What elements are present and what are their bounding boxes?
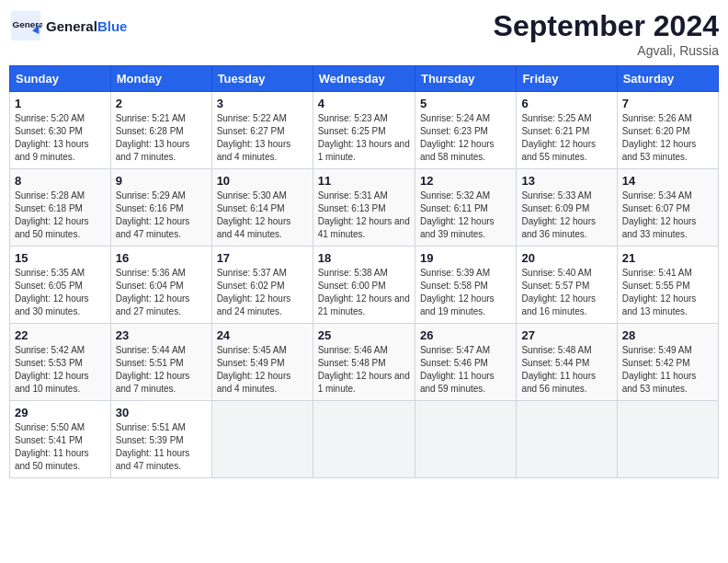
sunrise-text: Sunrise: 5:46 AM <box>318 345 388 355</box>
day-number: 23 <box>116 328 207 342</box>
day-number: 4 <box>318 97 410 110</box>
calendar-cell: 13Sunrise: 5:33 AMSunset: 6:09 PMDayligh… <box>517 169 617 247</box>
day-info: Sunrise: 5:33 AMSunset: 6:09 PMDaylight:… <box>521 190 611 241</box>
sunset-text: Sunset: 5:41 PM <box>15 435 83 445</box>
sunset-text: Sunset: 6:28 PM <box>116 126 184 136</box>
sunset-text: Sunset: 6:05 PM <box>15 281 83 291</box>
logo-text: GeneralBlue <box>46 18 127 34</box>
day-number: 21 <box>622 251 713 265</box>
calendar-cell: 9Sunrise: 5:29 AMSunset: 6:16 PMDaylight… <box>110 169 211 247</box>
day-number: 12 <box>420 174 511 188</box>
day-number: 2 <box>116 97 207 110</box>
sunset-text: Sunset: 6:13 PM <box>318 203 386 213</box>
daylight-text: Daylight: 12 hours and 58 minutes. <box>420 139 495 162</box>
day-number: 30 <box>116 406 207 419</box>
daylight-text: Daylight: 12 hours and 1 minute. <box>318 371 410 394</box>
daylight-text: Daylight: 13 hours and 4 minutes. <box>217 139 291 162</box>
day-number: 15 <box>15 251 106 265</box>
sunrise-text: Sunrise: 5:26 AM <box>622 113 692 123</box>
daylight-text: Daylight: 12 hours and 16 minutes. <box>521 293 596 316</box>
sunrise-text: Sunrise: 5:33 AM <box>521 190 591 201</box>
daylight-text: Daylight: 12 hours and 19 minutes. <box>420 293 495 316</box>
calendar-week-3: 15Sunrise: 5:35 AMSunset: 6:05 PMDayligh… <box>10 247 719 324</box>
daylight-text: Daylight: 13 hours and 7 minutes. <box>116 139 190 162</box>
daylight-text: Daylight: 13 hours and 1 minute. <box>318 139 410 162</box>
day-number: 22 <box>15 328 106 342</box>
sunrise-text: Sunrise: 5:40 AM <box>521 268 591 278</box>
day-info: Sunrise: 5:20 AMSunset: 6:30 PMDaylight:… <box>15 112 106 164</box>
calendar-cell: 25Sunrise: 5:46 AMSunset: 5:48 PMDayligh… <box>313 324 415 401</box>
daylight-text: Daylight: 12 hours and 36 minutes. <box>521 216 596 239</box>
calendar-cell: 8Sunrise: 5:28 AMSunset: 6:18 PMDaylight… <box>10 169 111 247</box>
day-number: 17 <box>217 251 308 265</box>
calendar-cell: 1Sunrise: 5:20 AMSunset: 6:30 PMDaylight… <box>10 92 111 169</box>
sunrise-text: Sunrise: 5:29 AM <box>116 190 186 201</box>
logo: General GeneralBlue <box>9 9 127 42</box>
calendar-week-4: 22Sunrise: 5:42 AMSunset: 5:53 PMDayligh… <box>10 324 719 401</box>
sunset-text: Sunset: 5:58 PM <box>420 281 488 291</box>
daylight-text: Daylight: 11 hours and 50 minutes. <box>15 448 89 471</box>
sunset-text: Sunset: 5:46 PM <box>420 358 488 368</box>
sunset-text: Sunset: 6:21 PM <box>521 126 589 136</box>
daylight-text: Daylight: 11 hours and 56 minutes. <box>521 371 596 394</box>
sunset-text: Sunset: 5:39 PM <box>116 435 184 445</box>
sunset-text: Sunset: 6:23 PM <box>420 126 488 136</box>
day-info: Sunrise: 5:30 AMSunset: 6:14 PMDaylight:… <box>217 190 308 241</box>
day-info: Sunrise: 5:37 AMSunset: 6:02 PMDaylight:… <box>217 267 308 318</box>
daylight-text: Daylight: 12 hours and 10 minutes. <box>15 371 89 394</box>
daylight-text: Daylight: 12 hours and 33 minutes. <box>622 216 697 239</box>
day-number: 28 <box>622 328 713 342</box>
sunset-text: Sunset: 5:55 PM <box>622 281 690 291</box>
day-info: Sunrise: 5:26 AMSunset: 6:20 PMDaylight:… <box>622 112 713 164</box>
logo-icon: General <box>9 9 42 42</box>
calendar-cell: 16Sunrise: 5:36 AMSunset: 6:04 PMDayligh… <box>110 247 211 324</box>
sunrise-text: Sunrise: 5:22 AM <box>217 113 287 123</box>
daylight-text: Daylight: 12 hours and 50 minutes. <box>15 216 89 239</box>
day-number: 27 <box>521 328 611 342</box>
day-number: 13 <box>521 174 611 188</box>
calendar-week-2: 8Sunrise: 5:28 AMSunset: 6:18 PMDaylight… <box>10 169 719 247</box>
sunrise-text: Sunrise: 5:49 AM <box>622 345 692 355</box>
weekday-header-saturday: Saturday <box>617 66 718 92</box>
sunrise-text: Sunrise: 5:48 AM <box>521 345 591 355</box>
calendar-cell: 2Sunrise: 5:21 AMSunset: 6:28 PMDaylight… <box>110 92 211 169</box>
day-info: Sunrise: 5:32 AMSunset: 6:11 PMDaylight:… <box>420 190 511 241</box>
daylight-text: Daylight: 12 hours and 24 minutes. <box>217 293 291 316</box>
day-info: Sunrise: 5:41 AMSunset: 5:55 PMDaylight:… <box>622 267 713 318</box>
calendar-cell: 18Sunrise: 5:38 AMSunset: 6:00 PMDayligh… <box>313 247 415 324</box>
daylight-text: Daylight: 11 hours and 47 minutes. <box>116 448 190 471</box>
weekday-header-thursday: Thursday <box>415 66 516 92</box>
day-number: 1 <box>15 97 106 110</box>
calendar-cell: 23Sunrise: 5:44 AMSunset: 5:51 PMDayligh… <box>110 324 211 401</box>
day-number: 19 <box>420 251 511 265</box>
calendar-cell: 29Sunrise: 5:50 AMSunset: 5:41 PMDayligh… <box>10 401 111 478</box>
sunset-text: Sunset: 6:16 PM <box>116 203 184 213</box>
daylight-text: Daylight: 13 hours and 9 minutes. <box>15 139 89 162</box>
calendar-cell <box>517 401 617 478</box>
day-info: Sunrise: 5:31 AMSunset: 6:13 PMDaylight:… <box>318 190 410 241</box>
sunset-text: Sunset: 6:30 PM <box>15 126 83 136</box>
calendar-cell <box>313 401 415 478</box>
sunrise-text: Sunrise: 5:51 AM <box>116 422 186 432</box>
day-info: Sunrise: 5:35 AMSunset: 6:05 PMDaylight:… <box>15 267 106 318</box>
calendar-cell: 15Sunrise: 5:35 AMSunset: 6:05 PMDayligh… <box>10 247 111 324</box>
calendar-cell: 27Sunrise: 5:48 AMSunset: 5:44 PMDayligh… <box>517 324 617 401</box>
daylight-text: Daylight: 12 hours and 27 minutes. <box>116 293 190 316</box>
sunset-text: Sunset: 5:57 PM <box>521 281 589 291</box>
calendar-cell: 12Sunrise: 5:32 AMSunset: 6:11 PMDayligh… <box>415 169 516 247</box>
calendar-cell: 10Sunrise: 5:30 AMSunset: 6:14 PMDayligh… <box>211 169 313 247</box>
sunset-text: Sunset: 6:18 PM <box>15 203 83 213</box>
sunset-text: Sunset: 5:44 PM <box>521 358 589 368</box>
sunrise-text: Sunrise: 5:45 AM <box>217 345 287 355</box>
calendar-table: SundayMondayTuesdayWednesdayThursdayFrid… <box>9 65 719 478</box>
calendar-week-1: 1Sunrise: 5:20 AMSunset: 6:30 PMDaylight… <box>10 92 719 169</box>
day-info: Sunrise: 5:44 AMSunset: 5:51 PMDaylight:… <box>116 344 207 396</box>
sunrise-text: Sunrise: 5:42 AM <box>15 345 85 355</box>
daylight-text: Daylight: 12 hours and 41 minutes. <box>318 216 410 239</box>
daylight-text: Daylight: 12 hours and 30 minutes. <box>15 293 89 316</box>
calendar-cell: 26Sunrise: 5:47 AMSunset: 5:46 PMDayligh… <box>415 324 516 401</box>
daylight-text: Daylight: 12 hours and 13 minutes. <box>622 293 697 316</box>
day-number: 8 <box>15 174 106 188</box>
calendar-cell: 20Sunrise: 5:40 AMSunset: 5:57 PMDayligh… <box>517 247 617 324</box>
day-info: Sunrise: 5:42 AMSunset: 5:53 PMDaylight:… <box>15 344 106 396</box>
